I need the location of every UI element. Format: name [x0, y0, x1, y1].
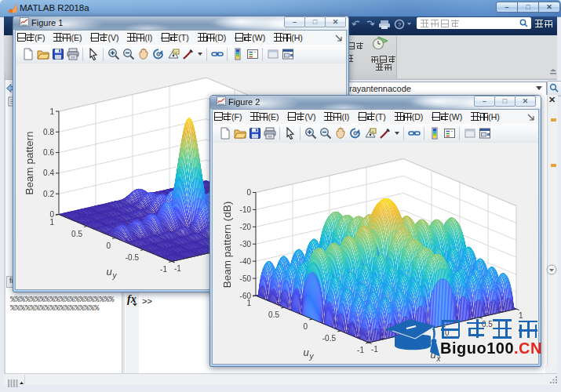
- svg-text:~: ~: [253, 50, 256, 54]
- svg-text:?: ?: [398, 21, 402, 28]
- svg-text:~: ~: [450, 129, 453, 133]
